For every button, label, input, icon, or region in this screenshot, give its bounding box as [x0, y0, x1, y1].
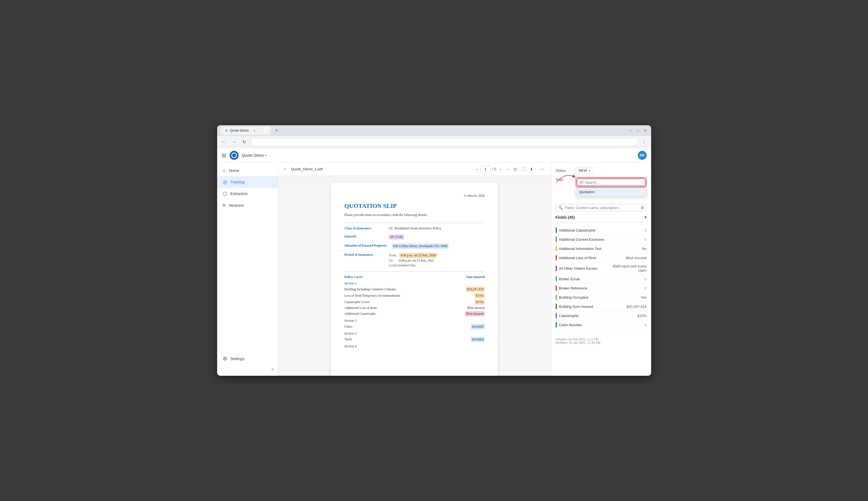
tags-dropdown-item-quotation[interactable]: Quotation [576, 188, 646, 196]
new-tab-button[interactable]: + [273, 127, 280, 135]
sidebar-item-versions[interactable]: ≡ Versions [217, 200, 278, 211]
field-search-input[interactable] [565, 206, 639, 210]
sidebar-item-extraction[interactable]: ⬡ Extraction [217, 188, 278, 200]
table-row: Theft: Included [345, 337, 485, 342]
field-value-label: $20,287,419 [626, 305, 646, 309]
refresh-button[interactable]: ↻ [241, 138, 248, 146]
field-color-bar [555, 246, 557, 251]
sidebar-item-versions-label: Versions [229, 203, 244, 207]
field-color-bar [555, 255, 557, 260]
table-cell-label: Additional Catastrophe: [345, 312, 377, 316]
sidebar-item-settings-label: Settings [231, 356, 245, 361]
field-value-label: Yes [641, 295, 646, 299]
field-name-label: Broker Reference [559, 286, 643, 290]
doc-subtitle: Please provide terms in accordance with … [345, 213, 485, 217]
field-color-bar [555, 266, 557, 271]
field-value-label: 0 [644, 286, 646, 290]
pdf-next-page-button[interactable]: › [498, 166, 503, 173]
field-row: All Other Claims Excess$500 each and eve… [555, 263, 647, 275]
field-value-label: 0 [644, 323, 646, 327]
grid-icon[interactable]: ⊞ [222, 152, 226, 159]
sidebar-item-home[interactable]: ⌂ Home [217, 165, 278, 176]
sidebar-spacer [217, 211, 278, 353]
table-row: Glass: Included [345, 324, 485, 329]
pdf-back-button[interactable]: ← [283, 166, 288, 172]
table-cell-label: Glass: [345, 324, 353, 329]
pdf-zoom-fullscreen-button[interactable]: ⛶ [520, 166, 527, 173]
user-avatar[interactable]: BB [638, 151, 647, 160]
pdf-download-button[interactable]: ⬇ [529, 166, 534, 173]
doc-date: 11 March, 2020 [345, 194, 485, 198]
tags-row: Tags 🏷 Quotation [555, 177, 647, 187]
field-name-label: Additional Information Text [559, 247, 640, 251]
tag-icon: 🏷 [580, 180, 583, 184]
doc-section-1: Section 1 [345, 281, 485, 286]
field-row: Broker Reference0 [555, 284, 647, 293]
field-name-label: Additional Catastrophe [559, 228, 643, 232]
doc-title: QUOTATION SLIP [345, 202, 485, 210]
table-cell-label: Catastrophe Cover: [345, 300, 370, 304]
field-value-label: No [642, 247, 647, 251]
sidebar-item-settings[interactable]: ⚙ Settings [217, 353, 278, 365]
sidebar-collapse-button[interactable]: « [217, 365, 278, 374]
table-cell-value: Included [471, 324, 485, 329]
collapse-icon: « [272, 367, 274, 371]
browser-tab[interactable]: ⊙ Quote Demo ✕ [221, 126, 271, 135]
field-color-bar [555, 237, 557, 242]
field-value-label: $Not Insured [626, 256, 646, 260]
settings-icon: ⚙ [223, 356, 227, 362]
tags-search-input[interactable] [585, 180, 643, 184]
close-button[interactable]: ✕ [643, 128, 648, 133]
sidebar-item-training-label: Training [231, 180, 244, 184]
home-icon: ⌂ [223, 168, 226, 173]
panel-footer: Created: 24 Feb 2021, 1:11 PM Modified: … [555, 334, 647, 344]
doc-period-from: 4.00 p.m. on 23 July, 2020 [399, 253, 437, 258]
table-cell-label: Theft: [345, 337, 352, 342]
pdf-more-button[interactable]: ··· [538, 165, 546, 173]
forward-button[interactable]: → [231, 138, 238, 146]
versions-icon: ≡ [223, 202, 226, 208]
tab-close-icon[interactable]: ✕ [253, 129, 256, 132]
app-header: ⊞ Quote Demo ▾ BB [217, 148, 651, 162]
field-value-label: 0 [644, 277, 646, 281]
sidebar-item-training[interactable]: ◎ Training [217, 176, 278, 188]
field-color-bar [555, 295, 557, 300]
table-cell-value: $20,287,419 [466, 287, 485, 292]
field-value-label: $500 each and every claim [608, 264, 647, 273]
browser-toolbar: ← → ↻ ⋮ [217, 136, 651, 148]
pdf-zoom-out-button[interactable]: − [506, 166, 510, 173]
sum-insured-label: Sum Insured [466, 275, 485, 279]
doc-table-header: Policy Cover Sum Insured [345, 275, 485, 279]
table-row: Building including Common Contents: $20,… [345, 287, 485, 292]
app-name[interactable]: Quote Demo ▾ [242, 153, 266, 158]
table-cell-label: Loss of Rent/Temporary Accommodation: [345, 294, 401, 298]
filter-button[interactable]: ⊟ [641, 205, 644, 210]
pdf-zoom-controls: − ⊡ ⛶ ⬇ [506, 166, 534, 173]
maximize-button[interactable]: □ [636, 128, 641, 133]
table-cell-label: Additional Loss of Rent: [345, 306, 378, 310]
status-chevron-icon: ▾ [589, 169, 590, 172]
doc-field-insured-value: SP 12345 [389, 234, 404, 239]
pdf-page-input[interactable] [480, 166, 490, 173]
pdf-zoom-fit-button[interactable]: ⊡ [512, 166, 518, 173]
field-color-bar [555, 276, 557, 282]
field-row: Building Sum Insured$20,287,419 [555, 302, 647, 311]
status-dropdown[interactable]: NEW ▾ [576, 167, 593, 174]
browser-menu-button[interactable]: ⋮ [640, 138, 648, 146]
status-label: Status [555, 168, 572, 173]
field-name-label: Catastrophe [559, 314, 635, 318]
field-row: Additional Current Excesses0 [555, 235, 647, 244]
tags-input-box: 🏷 [576, 177, 647, 187]
table-row: Catastrophe Cover: $15% [345, 299, 485, 305]
address-bar[interactable] [251, 138, 638, 146]
pdf-page: 11 March, 2020 QUOTATION SLIP Please pro… [331, 183, 498, 376]
window-controls: — □ ✕ [628, 128, 648, 133]
tags-label: Tags [555, 177, 572, 181]
field-color-bar [555, 313, 557, 318]
back-button[interactable]: ← [221, 138, 228, 146]
field-color-bar [555, 322, 557, 328]
fields-expand-button[interactable]: ▾ [644, 215, 647, 220]
pdf-content: 11 March, 2020 QUOTATION SLIP Please pro… [278, 176, 551, 376]
pdf-prev-page-button[interactable]: ‹ [474, 166, 479, 173]
minimize-button[interactable]: — [628, 128, 633, 133]
